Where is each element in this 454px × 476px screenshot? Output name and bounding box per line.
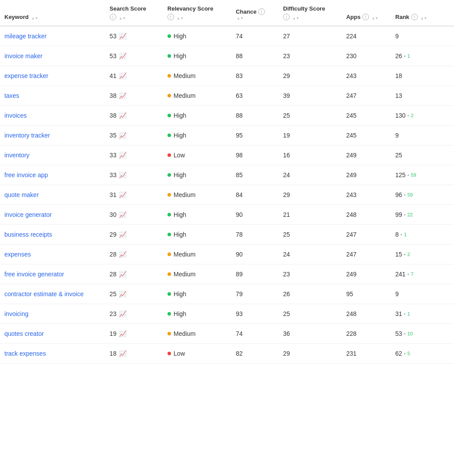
relevancy-sort-icon[interactable]: ▲▼ [177, 17, 184, 20]
rank-column-header[interactable]: Rank i ▲▼ [391, 0, 454, 26]
apps-value: 248 [346, 211, 356, 218]
chance-sort-icon[interactable]: ▲▼ [237, 17, 244, 20]
rank-value: 9 [395, 132, 399, 139]
keyword-text: invoicing [4, 310, 28, 317]
search-score-info-icon[interactable]: i [110, 14, 116, 20]
relevancy-cell: High [163, 304, 231, 324]
table-row: invoice maker 53 📈 High 88 23 230 26• 1 [0, 46, 454, 66]
relevancy-dot [167, 292, 171, 296]
apps-cell: 247 [342, 86, 391, 106]
search-score-sort-icon[interactable]: ▲▼ [119, 17, 126, 20]
table-row: invoice generator 30 📈 High 90 21 248 99… [0, 205, 454, 225]
search-score-value: 28 [110, 251, 117, 258]
difficulty-value: 25 [283, 231, 290, 238]
chance-cell: 90 [231, 205, 279, 225]
relevancy-dot [167, 54, 171, 58]
relevancy-dot [167, 352, 171, 355]
rank-change: 2 [407, 252, 410, 257]
chance-cell: 90 [231, 245, 279, 264]
difficulty-value: 23 [283, 52, 290, 60]
trend-chart-icon[interactable]: 📈 [119, 330, 127, 337]
relevancy-value: Medium [174, 191, 196, 198]
rank-bullet: • [404, 212, 406, 217]
search-score-cell: 29 📈 [105, 225, 163, 245]
apps-info-icon[interactable]: i [362, 14, 369, 20]
trend-chart-icon[interactable]: 📈 [119, 52, 127, 60]
search-score-cell: 35 📈 [105, 126, 163, 145]
keyword-sort-icon[interactable]: ▲▼ [31, 17, 38, 20]
chance-info-icon[interactable]: i [258, 8, 265, 15]
trend-chart-icon[interactable]: 📈 [119, 92, 127, 99]
relevancy-value: Medium [174, 72, 196, 79]
rank-cell: 125• 59 [391, 165, 454, 185]
search-score-value: 18 [110, 350, 117, 357]
search-score-cell: 30 📈 [105, 205, 163, 225]
search-score-value: 41 [110, 72, 117, 79]
chance-value: 84 [236, 191, 243, 198]
relevancy-cell: High [163, 26, 231, 46]
difficulty-sort-icon[interactable]: ▲▼ [292, 17, 299, 20]
rank-value: 25 [395, 152, 402, 159]
table-row: expense tracker 41 📈 Medium 83 29 243 18 [0, 66, 454, 86]
trend-chart-icon[interactable]: 📈 [119, 72, 127, 79]
rank-cell: 15• 2 [391, 245, 454, 264]
rank-bullet: • [404, 331, 406, 336]
search-score-value: 38 [110, 112, 117, 119]
trend-chart-icon[interactable]: 📈 [119, 271, 127, 278]
difficulty-value: 25 [283, 310, 290, 317]
rank-info-icon[interactable]: i [411, 14, 418, 20]
rank-bullet: • [404, 311, 406, 316]
keyword-text: track expenses [4, 350, 46, 357]
search-score-value: 53 [110, 52, 117, 60]
chance-cell: 88 [231, 46, 279, 66]
difficulty-cell: 25 [279, 304, 342, 324]
trend-chart-icon[interactable]: 📈 [119, 350, 127, 357]
apps-column-header[interactable]: Apps i ▲▼ [342, 0, 391, 26]
difficulty-info-icon[interactable]: i [283, 14, 290, 20]
apps-sort-icon[interactable]: ▲▼ [372, 17, 379, 20]
keyword-text: invoice generator [4, 211, 52, 218]
rank-change: 10 [407, 331, 413, 336]
apps-value: 243 [346, 72, 356, 79]
chance-value: 78 [236, 231, 243, 238]
keywords-table: Keyword ▲▼ Search Score i ▲▼ Relevancy S… [0, 0, 454, 364]
relevancy-cell: High [163, 106, 231, 126]
keyword-text: inventory [4, 152, 30, 159]
relevancy-score-column-header[interactable]: Relevancy Score i ▲▼ [163, 0, 231, 26]
relevancy-dot [167, 173, 171, 177]
trend-chart-icon[interactable]: 📈 [119, 251, 127, 258]
relevancy-value: Medium [174, 251, 196, 258]
trend-chart-icon[interactable]: 📈 [119, 191, 127, 198]
apps-value: 230 [346, 52, 356, 60]
table-row: business receipts 29 📈 High 78 25 247 8•… [0, 225, 454, 245]
apps-cell: 249 [342, 264, 391, 284]
search-score-value: 23 [110, 310, 117, 317]
trend-chart-icon[interactable]: 📈 [119, 211, 127, 218]
trend-chart-icon[interactable]: 📈 [119, 112, 127, 119]
relevancy-dot [167, 153, 171, 157]
search-score-cell: 28 📈 [105, 264, 163, 284]
keyword-column-header[interactable]: Keyword ▲▼ [0, 0, 105, 26]
relevancy-value: High [174, 112, 186, 119]
difficulty-cell: 29 [279, 185, 342, 205]
difficulty-score-column-header[interactable]: Difficulty Score i ▲▼ [279, 0, 342, 26]
table-row: free invoice generator 28 📈 Medium 89 23… [0, 264, 454, 284]
trend-chart-icon[interactable]: 📈 [119, 33, 127, 40]
rank-sort-icon[interactable]: ▲▼ [421, 17, 428, 20]
chance-value: 88 [236, 112, 243, 119]
keyword-cell: track expenses [0, 344, 105, 364]
trend-chart-icon[interactable]: 📈 [119, 171, 127, 178]
trend-chart-icon[interactable]: 📈 [119, 310, 127, 317]
rank-value: 53 [395, 330, 402, 337]
apps-value: 247 [346, 251, 356, 258]
relevancy-score-info-icon[interactable]: i [167, 14, 174, 20]
chance-column-header[interactable]: Chance i ▲▼ [231, 0, 279, 26]
search-score-column-header[interactable]: Search Score i ▲▼ [105, 0, 163, 26]
trend-chart-icon[interactable]: 📈 [119, 132, 127, 139]
rank-change: 1 [407, 53, 410, 59]
trend-chart-icon[interactable]: 📈 [119, 290, 127, 298]
trend-chart-icon[interactable]: 📈 [119, 152, 127, 159]
chance-value: 88 [236, 52, 243, 60]
chance-cell: 78 [231, 225, 279, 245]
trend-chart-icon[interactable]: 📈 [119, 231, 127, 238]
